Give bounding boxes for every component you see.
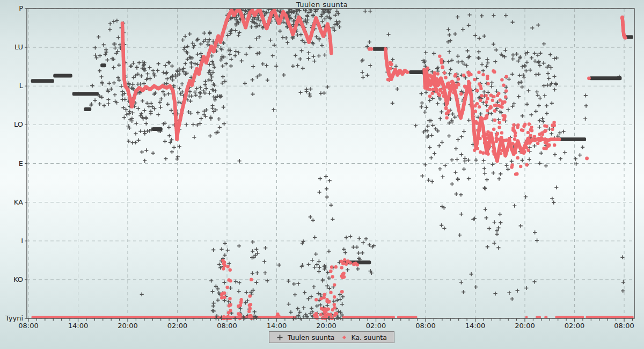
x-tick-label: 14:00: [465, 322, 485, 330]
legend-item-wind[interactable]: Tuulen suunta: [276, 333, 334, 341]
legend: Tuulen suunta Ka. suunta: [269, 331, 394, 343]
y-tick-label: LU: [14, 43, 23, 51]
x-tick-label: 02:00: [167, 322, 187, 330]
x-axis-labels: 08:0014:0020:0002:0008:0014:0020:0002:00…: [18, 322, 634, 330]
x-tick-label: 08:00: [217, 322, 237, 330]
x-tick-label: 08:00: [18, 322, 38, 330]
avg-direction-scatter: [220, 16, 624, 320]
x-tick-label: 20:00: [118, 322, 137, 330]
legend-avg-label: Ka. suunta: [351, 333, 386, 341]
x-tick-label: 08:00: [415, 322, 435, 330]
y-tick-label: Tyyni: [5, 314, 23, 322]
legend-wind-label: Tuulen suunta: [288, 333, 334, 341]
wind-direction-chart: Tuulen suunta 08:0014:0020:0002:0008:001…: [0, 0, 644, 349]
x-tick-label: 14:00: [68, 322, 88, 330]
y-axis-labels: PLULLOEKAIKOTyyni: [5, 4, 24, 322]
x-tick-label: 14:00: [267, 322, 287, 330]
y-tick-label: I: [21, 237, 23, 245]
x-tick-label: 02:00: [565, 322, 584, 330]
axis-ticks: [25, 9, 632, 322]
y-tick-label: E: [19, 159, 23, 168]
x-tick-label: 02:00: [366, 322, 386, 330]
x-tick-label: 20:00: [515, 322, 535, 330]
wind-constant-bars: [31, 35, 633, 264]
y-tick-label: L: [19, 82, 24, 90]
x-tick-label: 08:00: [614, 322, 634, 330]
y-tick-label: LO: [14, 120, 23, 128]
y-tick-label: P: [19, 4, 23, 12]
plus-marker-icon: [276, 334, 283, 341]
y-tick-label: KO: [13, 275, 23, 283]
legend-item-avg[interactable]: Ka. suunta: [342, 333, 386, 341]
diamond-marker-icon: [342, 335, 347, 340]
y-tick-label: KA: [14, 198, 23, 206]
x-tick-label: 20:00: [316, 322, 336, 330]
plot-area: 08:0014:0020:0002:0008:0014:0020:0002:00…: [0, 0, 644, 349]
